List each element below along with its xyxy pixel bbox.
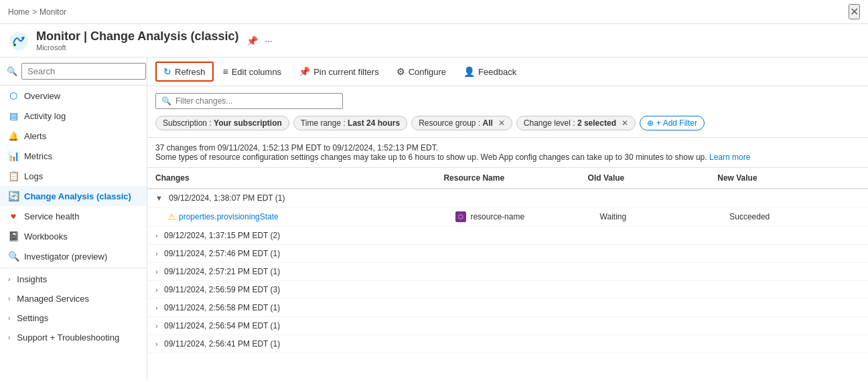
breadcrumb: Home > Monitor [8,7,66,17]
sidebar-label-managed-services: Managed Services [17,294,89,304]
metrics-icon: 📊 [8,151,19,161]
svg-point-0 [9,31,28,50]
sidebar-item-metrics[interactable]: 📊 Metrics [0,146,147,166]
refresh-icon: ↻ [163,66,171,77]
sidebar-label-logs: Logs [24,171,43,181]
main-content: ↻ Refresh ≡ Edit columns 📌 Pin current f… [147,58,868,379]
filter-tag-resource-group: Resource group : All ✕ [411,116,512,130]
filter-input-wrap: 🔍 [155,93,343,109]
sidebar-item-insights[interactable]: › Insights [0,270,147,289]
configure-button[interactable]: ⚙ Configure [388,62,454,82]
svg-point-2 [21,37,24,39]
main-layout: 🔍 ⬡ « ⬡ Overview ▤ Activity log 🔔 Alerts… [0,58,868,379]
filter-tag-subscription-text: Subscription : Your subscription [163,118,282,128]
more-options-icon[interactable]: ··· [265,35,273,46]
sidebar-label-insights: Insights [17,274,47,284]
chevron-managed-services: › [8,295,10,302]
sidebar-item-workbooks[interactable]: 📓 Workbooks [0,226,147,246]
edit-columns-icon: ≡ [223,66,228,77]
add-filter-button[interactable]: ⊕ + Add Filter [640,116,705,130]
breadcrumb-home[interactable]: Home [8,7,29,17]
sidebar-item-support[interactable]: › Support + Troubleshooting [0,328,147,347]
sidebar-item-overview[interactable]: ⬡ Overview [0,86,147,106]
add-filter-icon: ⊕ [647,118,654,128]
col-old-value: Old Value [580,168,710,189]
group-timestamp-1: 09/12/2024, 1:38:07 PM EDT (1) [169,193,285,203]
chevron-insights: › [8,276,10,283]
col-new-value: New Value [709,168,868,189]
overview-icon: ⬡ [8,90,19,101]
filter-search-icon: 🔍 [161,96,171,106]
info-line2: Some types of resource configuration set… [155,153,860,162]
sidebar-item-alerts[interactable]: 🔔 Alerts [0,126,147,146]
filter-tag-subscription: Subscription : Your subscription [155,116,289,130]
info-line1: 37 changes from 09/11/2024, 1:52:13 PM E… [155,143,860,153]
svg-point-1 [13,43,16,46]
table-row[interactable]: › 09/11/2024, 2:56:54 PM EDT (1) [147,317,868,335]
sidebar-item-service-health[interactable]: ♥ Service health [0,206,147,226]
workbooks-icon: 📓 [8,231,19,242]
learn-more-link[interactable]: Learn more [709,153,750,162]
detail-resource-name: ⬡ resource-name [435,207,579,227]
pin-icon[interactable]: 📌 [246,35,258,46]
table-row[interactable]: ▼ 09/12/2024, 1:38:07 PM EDT (1) [147,189,868,207]
pin-filters-label: Pin current filters [313,67,379,77]
table-row[interactable]: › 09/11/2024, 2:57:21 PM EDT (1) [147,263,868,281]
table-row[interactable]: › 09/11/2024, 2:56:59 PM EDT (3) [147,281,868,299]
pin-filters-button[interactable]: 📌 Pin current filters [291,62,387,82]
close-button[interactable]: ✕ [849,4,860,19]
group-timestamp-5: 09/11/2024, 2:56:59 PM EDT (3) [164,285,280,294]
sidebar-label-alerts: Alerts [24,131,46,141]
detail-old-value: Waiting [580,207,710,227]
resource-icon: ⬡ [455,211,466,222]
change-link[interactable]: properties.provisioningState [179,212,279,221]
remove-resource-group-filter[interactable]: ✕ [498,118,505,128]
feedback-label: Feedback [478,67,516,77]
table-row[interactable]: › 09/11/2024, 2:57:46 PM EDT (1) [147,245,868,263]
sidebar: 🔍 ⬡ « ⬡ Overview ▤ Activity log 🔔 Alerts… [0,58,147,379]
feedback-button[interactable]: 👤 Feedback [455,62,524,82]
expand-icon: › [155,286,158,294]
table-row[interactable]: › 09/11/2024, 2:56:41 PM EDT (1) [147,335,868,353]
sidebar-item-logs[interactable]: 📋 Logs [0,166,147,186]
table-row[interactable]: › 09/11/2024, 2:56:58 PM EDT (1) [147,299,868,317]
sidebar-label-change-analysis: Change Analysis (classic) [24,191,131,201]
sidebar-search-bar: 🔍 ⬡ « [0,58,147,86]
filter-tag-change-level: Change level : 2 selected ✕ [516,116,636,130]
sidebar-item-managed-services[interactable]: › Managed Services [0,289,147,308]
detail-change-name: ⚠ properties.provisioningState [147,207,435,227]
breadcrumb-current[interactable]: Monitor [40,7,66,17]
service-health-icon: ♥ [8,211,19,221]
feedback-icon: 👤 [463,66,475,77]
sidebar-item-change-analysis[interactable]: 🔄 Change Analysis (classic) [0,186,147,206]
refresh-button[interactable]: ↻ Refresh [155,62,214,82]
configure-label: Configure [409,67,446,77]
header-icons: 📌 ··· [246,35,273,46]
activity-log-icon: ▤ [8,110,19,121]
add-filter-label: + Add Filter [656,118,697,128]
sidebar-item-settings[interactable]: › Settings [0,308,147,328]
filter-input[interactable] [175,96,337,106]
sidebar-label-service-health: Service health [24,211,79,221]
filter-tags: Subscription : Your subscription Time ra… [155,116,860,130]
page-icon [8,30,29,52]
breadcrumb-separator: > [32,7,37,17]
sidebar-item-activity-log[interactable]: ▤ Activity log [0,106,147,126]
group-timestamp-7: 09/11/2024, 2:56:54 PM EDT (1) [164,321,280,330]
investigator-icon: 🔍 [8,251,19,262]
search-icon: 🔍 [7,66,17,76]
sidebar-item-investigator[interactable]: 🔍 Investigator (preview) [0,246,147,266]
remove-change-level-filter[interactable]: ✕ [622,118,628,128]
edit-columns-button[interactable]: ≡ Edit columns [215,62,290,82]
group-timestamp-4: 09/11/2024, 2:57:21 PM EDT (1) [164,267,280,276]
collapse-icon: ▼ [155,194,163,202]
table-row[interactable]: › 09/12/2024, 1:37:15 PM EDT (2) [147,227,868,245]
chevron-support: › [8,334,10,341]
logs-icon: 📋 [8,171,19,181]
sidebar-label-activity-log: Activity log [24,111,66,121]
configure-icon: ⚙ [396,66,405,77]
sidebar-divider-1 [0,268,147,268]
expand-icon: › [155,340,158,348]
search-input[interactable] [21,63,146,80]
sidebar-label-metrics: Metrics [24,151,52,161]
